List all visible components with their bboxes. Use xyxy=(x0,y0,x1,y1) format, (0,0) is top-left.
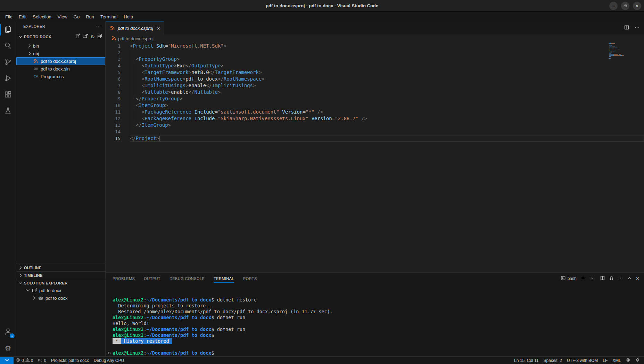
chevron-right-icon xyxy=(27,51,32,56)
code-line-12[interactable]: 12 <PackageReference Include="SkiaSharp.… xyxy=(106,115,644,122)
code-line-5[interactable]: 5 <TargetFramework>net8.0</TargetFramewo… xyxy=(106,69,644,76)
language-mode-status[interactable]: XML xyxy=(610,357,624,364)
run-debug-icon[interactable] xyxy=(0,71,16,87)
projects-status[interactable]: Projects: pdf to docx xyxy=(49,357,91,364)
code-line-2[interactable]: 2 xyxy=(106,49,644,56)
tab-pdf-to-docx-csproj[interactable]: pdf to docx.csproj × xyxy=(106,22,164,34)
menu-file[interactable]: File xyxy=(2,13,16,20)
code-line-6[interactable]: 6 <RootNamespace>pdf_to_docx</RootNamesp… xyxy=(106,76,644,82)
terminal[interactable]: alex@Linux2:~/Documents/pdf to docx$ dot… xyxy=(106,284,644,356)
file-row-Program-cs[interactable]: C#Program.cs xyxy=(16,73,105,80)
testing-icon[interactable] xyxy=(0,103,16,119)
code-line-13[interactable]: 13 </ItemGroup> xyxy=(106,122,644,129)
panel-tab-terminal[interactable]: TERMINAL xyxy=(214,273,234,284)
ports-status[interactable]: 0 xyxy=(35,357,49,364)
minimap[interactable] xyxy=(609,43,639,59)
code-line-11[interactable]: 11 <PackageReference Include="sautinsoft… xyxy=(106,109,644,115)
timeline-pane-header[interactable]: TIMELINE xyxy=(16,271,105,279)
menu-edit[interactable]: Edit xyxy=(16,13,30,20)
eol-status[interactable]: LF xyxy=(600,357,610,364)
window-controls: − × xyxy=(609,2,641,10)
text-cursor xyxy=(159,136,159,141)
terminal-shell-selector[interactable]: bash xyxy=(561,275,577,282)
explorer-icon[interactable] xyxy=(0,22,16,38)
source-control-icon[interactable] xyxy=(0,54,16,71)
settings-gear-icon[interactable]: ⚙ xyxy=(0,340,16,356)
file-row-bin[interactable]: bin xyxy=(16,42,105,50)
maximize-panel-icon[interactable] xyxy=(627,275,632,282)
code-line-15[interactable]: 15</Project> xyxy=(106,135,644,142)
menu-terminal[interactable]: Terminal xyxy=(97,13,121,20)
split-editor-icon[interactable] xyxy=(624,25,629,32)
problems-status[interactable]: 0 0 xyxy=(14,357,35,364)
refresh-icon[interactable]: ↻ xyxy=(90,34,95,39)
activity-bar: 1 ⚙ xyxy=(0,22,16,356)
code-line-9[interactable]: 9 </PropertyGroup> xyxy=(106,96,644,102)
file-row-pdf-to-docx-sln[interactable]: pdf to docx.sln xyxy=(16,65,105,73)
xml-file-icon xyxy=(111,36,116,41)
code-line-14[interactable]: 14 xyxy=(106,129,644,135)
debug-target-status[interactable]: Debug Any CPU xyxy=(91,357,126,364)
chevron-right-icon xyxy=(27,43,32,49)
editor-more-actions-icon[interactable] xyxy=(634,25,640,32)
menu-view[interactable]: View xyxy=(55,13,71,20)
minimize-button[interactable]: − xyxy=(609,2,618,10)
panel-more-actions-icon[interactable] xyxy=(618,275,623,282)
menu-selection[interactable]: Selection xyxy=(30,13,54,20)
window-title: pdf to docx.csproj - pdf to docx - Visua… xyxy=(266,3,378,8)
remote-indicator-icon[interactable]: >< xyxy=(0,357,14,364)
terminal-line-3: Restored /home/alex/Documents/pdf to doc… xyxy=(113,309,644,315)
terminal-line-9 xyxy=(113,344,644,350)
csharp-status-icon[interactable] xyxy=(624,357,633,364)
xml-file-icon xyxy=(110,25,115,31)
indentation-status[interactable]: Spaces: 2 xyxy=(541,357,564,364)
explorer-more-actions-icon[interactable] xyxy=(96,23,101,30)
panel-tab-ports[interactable]: PORTS xyxy=(243,273,257,284)
kill-terminal-icon[interactable] xyxy=(609,275,614,282)
outline-pane-header[interactable]: OUTLINE xyxy=(16,264,105,271)
tab-close-icon[interactable]: × xyxy=(157,25,160,31)
breadcrumb[interactable]: pdf to docx.csproj xyxy=(106,34,644,43)
code-line-8[interactable]: 8 <Nullable>enable</Nullable> xyxy=(106,89,644,96)
launch-profile-chevron-icon[interactable] xyxy=(589,275,595,282)
terminal-line-4: alex@Linux2:~/Documents/pdf to docx$ dot… xyxy=(113,315,644,321)
solution-row[interactable]: pdf to docx xyxy=(16,287,105,294)
menu-go[interactable]: Go xyxy=(71,13,83,20)
cursor-position-status[interactable]: Ln 15, Col 11 xyxy=(512,357,541,364)
new-terminal-icon[interactable] xyxy=(580,275,586,282)
code-line-10[interactable]: 10 <ItemGroup> xyxy=(106,102,644,109)
file-row-pdf-to-docx-csproj[interactable]: pdf to docx.csproj xyxy=(16,57,105,65)
close-button[interactable]: × xyxy=(633,2,641,10)
menu-help[interactable]: Help xyxy=(121,13,136,20)
code-editor[interactable]: 1<Project Sdk="Microsoft.NET.Sdk">23 <Pr… xyxy=(106,43,644,272)
new-file-icon[interactable] xyxy=(75,33,81,40)
split-terminal-icon[interactable] xyxy=(600,275,605,282)
panel-tab-output[interactable]: OUTPUT xyxy=(144,273,160,284)
restore-button[interactable] xyxy=(621,2,629,10)
code-line-1[interactable]: 1<Project Sdk="Microsoft.NET.Sdk"> xyxy=(106,43,644,49)
file-row-obj[interactable]: obj xyxy=(16,50,105,57)
sidebar: EXPLORER PDF TO DOCX ↻ binobjpdf to docx… xyxy=(16,22,106,356)
close-panel-icon[interactable]: × xyxy=(636,275,639,282)
extensions-icon[interactable] xyxy=(0,87,16,103)
notifications-bell-icon[interactable] xyxy=(633,357,644,364)
encoding-status[interactable]: UTF-8 with BOM xyxy=(564,357,600,364)
accounts-icon[interactable]: 1 xyxy=(0,324,16,340)
project-row[interactable]: C# pdf to docx xyxy=(16,294,105,302)
code-line-4[interactable]: 4 <OutputType>Exe</OutputType> xyxy=(106,63,644,69)
code-line-7[interactable]: 7 <ImplicitUsings>enable</ImplicitUsings… xyxy=(106,82,644,89)
collapse-all-icon[interactable] xyxy=(97,33,102,40)
code-line-3[interactable]: 3 <PropertyGroup> xyxy=(106,56,644,63)
folder-section-header[interactable]: PDF TO DOCX ↻ xyxy=(16,31,105,42)
terminal-line-10: alex@Linux2:~/Documents/pdf to docx$ xyxy=(113,350,644,356)
error-icon xyxy=(16,358,20,363)
panel-tab-problems[interactable]: PROBLEMS xyxy=(113,273,135,284)
terminal-line-2: Determining projects to restore... xyxy=(113,303,644,309)
warning-icon xyxy=(25,358,30,363)
menu-run[interactable]: Run xyxy=(83,13,97,20)
chevron-down-icon xyxy=(18,34,23,40)
panel-tab-debug-console[interactable]: DEBUG CONSOLE xyxy=(170,273,205,284)
search-icon[interactable] xyxy=(0,38,16,54)
new-folder-icon[interactable] xyxy=(83,33,88,40)
solution-explorer-pane-header[interactable]: SOLUTION EXPLORER xyxy=(16,279,105,287)
